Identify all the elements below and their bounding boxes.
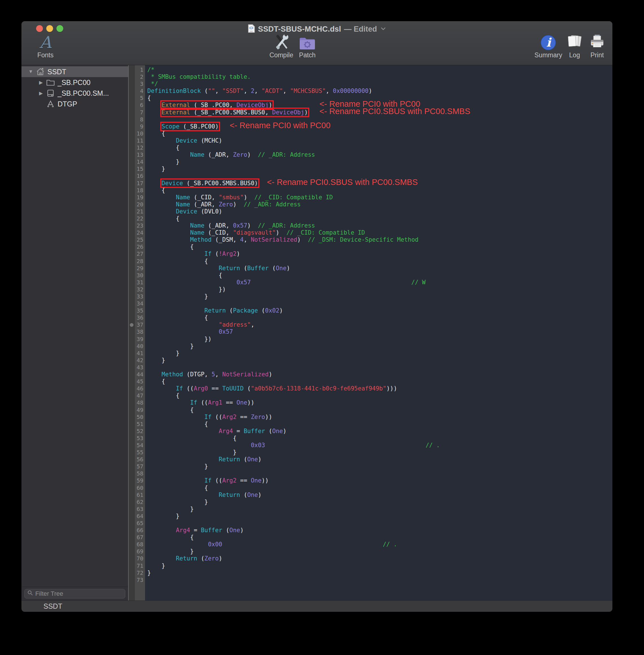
code-text[interactable]: { [145,258,613,265]
code-text[interactable]: { [145,144,613,151]
code-text[interactable]: 0x00 // . [145,541,613,548]
code-text[interactable]: Return (Buffer (One) [145,265,613,272]
code-text[interactable]: } [145,343,613,350]
code-text[interactable]: Method (DTGP, 5, NotSerialized) [145,371,613,378]
code-text[interactable]: } [145,506,613,513]
code-text[interactable]: Return (One) [145,492,613,499]
code-text[interactable]: { [145,272,613,279]
code-text[interactable] [145,470,613,477]
filter-tree-input[interactable]: Filter Tree [24,589,125,598]
code-line: 25 Method (_DSM, 4, NotSerialized) // _D… [129,236,613,243]
gutter-marker-strip [129,144,135,151]
code-text[interactable]: 0x03 // . [145,442,613,449]
code-text[interactable]: }) [145,286,613,293]
code-text[interactable]: Name (_CID, "diagsvault") // _CID: Compa… [145,229,613,236]
code-text[interactable]: } [145,165,613,173]
compile-button[interactable]: Compile [270,33,293,59]
code-text[interactable]: Return (Zero) [145,555,613,562]
code-text[interactable]: { [145,484,613,492]
code-text[interactable]: If ((Arg2 == One)) [145,477,613,484]
code-text[interactable]: } [145,463,613,470]
code-text[interactable]: External (_SB_.PC00.SMBS.BUS0, DeviceObj… [145,109,613,116]
code-text[interactable]: { [145,421,613,428]
code-text[interactable]: Device (DVL0) [145,208,613,215]
patch-button[interactable]: Patch [299,33,316,59]
code-text[interactable]: }) [145,336,613,343]
code-text[interactable]: } [145,548,613,555]
disclosure-collapsed-icon[interactable]: ▶ [37,80,45,86]
log-pages-icon [566,33,583,50]
code-text[interactable]: } [145,562,613,569]
code-line: 9 Scope (_SB.PC00)<- Rename PCI0 with PC… [129,123,613,130]
code-text[interactable]: DefinitionBlock ("", "SSDT", 2, "ACDT", … [145,88,613,95]
code-text[interactable]: { [145,407,613,414]
summary-button[interactable]: i Summary [534,33,562,59]
code-text[interactable] [145,116,613,123]
log-button[interactable]: Log [566,33,583,59]
code-text[interactable]: { [145,130,613,137]
code-text[interactable]: /* [145,66,613,73]
code-text[interactable]: { [145,243,613,250]
code-text[interactable]: If ((Arg1 == One)) [145,399,613,406]
code-text[interactable]: If ((Arg0 == ToUUID ("a0b5b7c6-1318-441c… [145,385,613,392]
code-text[interactable] [145,577,613,584]
line-number: 20 [135,201,145,208]
code-text[interactable]: Return (Package (0x02) [145,307,613,314]
print-button[interactable]: Print [589,33,605,59]
tree-item-sb-pc00-sm[interactable]: ▶ _SB.PC00.SM... [21,88,128,98]
code-text[interactable]: * SMBus compatibility table. [145,73,613,81]
tree-item-ssdt[interactable]: ▼ SSDT [21,66,128,77]
code-text[interactable]: 0x57 [145,329,613,335]
code-text[interactable]: "address", [145,321,613,329]
code-line: 44 Method (DTGP, 5, NotSerialized) [129,371,613,378]
code-text[interactable]: { [145,187,613,194]
code-text[interactable]: { [145,435,613,442]
code-text[interactable]: } [145,357,613,364]
tree-item-label: _SB.PC00 [58,78,91,87]
code-text[interactable]: Device (MCHC) [145,137,613,144]
code-text[interactable] [145,364,613,371]
gutter-marker-strip [129,243,135,250]
code-text[interactable]: { [145,534,613,541]
code-text[interactable]: Name (_CID, "smbus") // _CID: Compatible… [145,194,613,201]
code-text[interactable]: Name (_ADR, 0x57) // _ADR: Address [145,222,613,229]
code-text[interactable]: If ((Arg2 == Zero)) [145,414,613,421]
gutter-marker-strip [129,520,135,527]
code-line: 4DefinitionBlock ("", "SSDT", 2, "ACDT",… [129,88,613,95]
code-text[interactable]: 0x57 // W [145,279,613,286]
disclosure-collapsed-icon[interactable]: ▶ [37,90,45,96]
code-text[interactable]: } [145,293,613,300]
code-text[interactable]: } [145,449,613,456]
code-text[interactable]: If (!Arg2) [145,250,613,257]
code-text[interactable]: Name (_ADR, Zero) // _ADR: Address [145,201,613,208]
gutter-marker-strip [129,414,135,421]
code-text[interactable]: Arg4 = Buffer (One) [145,527,613,534]
chevron-down-icon[interactable] [381,26,386,31]
tree-item-dtgp[interactable]: DTGP [21,98,128,109]
code-text[interactable]: } [145,569,613,577]
code-text[interactable]: Scope (_SB.PC00)<- Rename PCI0 with PC00 [145,123,613,130]
code-text[interactable]: */ [145,81,613,88]
code-text[interactable]: Return (One) [145,456,613,463]
code-text[interactable]: } [145,499,613,506]
code-text[interactable]: Arg4 = Buffer (One) [145,428,613,435]
tools-a-icon [46,100,55,108]
code-text[interactable]: { [145,378,613,385]
code-text[interactable]: Name (_ADR, Zero) // _ADR: Address [145,151,613,158]
code-text[interactable]: { [145,215,613,222]
fonts-button[interactable]: A Fonts [37,33,54,59]
code-text[interactable]: } [145,350,613,357]
code-text[interactable]: } [145,158,613,165]
code-text[interactable]: Device (_SB.PC00.SMBS.BUS0)<- Rename PCI… [145,180,613,187]
code-text[interactable] [145,520,613,527]
code-text[interactable]: { [145,392,613,399]
tree-item-sb-pc00[interactable]: ▶ _SB.PC00 [21,77,128,88]
line-number: 46 [135,385,145,392]
code-text[interactable]: { [145,314,613,321]
line-number: 70 [135,555,145,562]
code-text[interactable]: Method (_DSM, 4, NotSerialized) // _DSM:… [145,236,613,243]
code-text[interactable] [145,300,613,307]
code-text[interactable]: } [145,513,613,520]
gutter-marker-strip [129,435,135,442]
disclosure-expanded-icon[interactable]: ▼ [27,69,34,74]
